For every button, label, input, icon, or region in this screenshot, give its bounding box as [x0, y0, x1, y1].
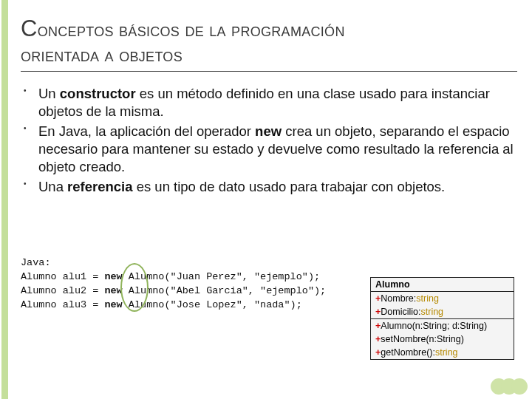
uml-op-ret: string — [435, 347, 458, 358]
code-label: Java: — [21, 257, 51, 268]
bullet-text-bold: new — [255, 123, 282, 139]
list-item: En Java, la aplicación del operador new … — [21, 123, 517, 175]
code-block: Java: Alumno alu1 = new Alumno("Juan Per… — [21, 256, 326, 313]
decor-circles — [497, 378, 528, 395]
circle-icon — [511, 378, 528, 395]
keyword-new: new — [104, 285, 122, 296]
bullet-text-post: es un tipo de dato usado para trabajar c… — [133, 179, 446, 194]
code-line-lhs: Alumno alu3 = — [21, 299, 104, 310]
uml-op-row: +Alumno(n:String; d:String) — [371, 318, 514, 332]
code-line-lhs: Alumno alu2 = — [21, 285, 104, 296]
slide-title: Conceptos básicos de la programación ori… — [21, 15, 517, 72]
accent-stripe — [1, 0, 8, 399]
keyword-new: new — [104, 271, 122, 282]
bullet-text-pre: Un — [38, 86, 60, 101]
uml-class-name: Alumno — [371, 278, 514, 291]
title-dropcap: C — [21, 16, 38, 41]
bullet-text-bold: constructor — [60, 86, 136, 101]
uml-class-diagram: Alumno +Nombre:string +Domicilio:string … — [370, 277, 514, 360]
list-item: Una referencia es un tipo de dato usado … — [21, 178, 517, 196]
code-line-lhs: Alumno alu1 = — [21, 271, 104, 282]
uml-op-sig: getNombre() — [381, 347, 432, 358]
bullet-text-pre: En Java, la aplicación del operador — [38, 123, 255, 139]
uml-attr-row: +Nombre:string — [371, 291, 514, 305]
uml-attr-row: +Domicilio:string — [371, 305, 514, 318]
list-item: Un constructor es un método definido en … — [21, 85, 517, 120]
bullet-text-bold: referencia — [67, 179, 132, 194]
keyword-new: new — [104, 299, 122, 310]
uml-op-row: +setNombre(n:String) — [371, 332, 514, 346]
content-area: Un constructor es un método definido en … — [21, 85, 517, 196]
uml-attr-name: Nombre — [381, 293, 413, 304]
uml-op-sig: setNombre(n:String) — [381, 334, 464, 344]
bullet-list: Un constructor es un método definido en … — [21, 85, 517, 196]
uml-attr-type: string — [421, 307, 444, 317]
code-line-rhs: Alumno("Abel Garcia", "ejemplo"); — [123, 285, 326, 296]
uml-attr-name: Domicilio — [381, 307, 418, 317]
uml-op-sig: Alumno(n:String; d:String) — [381, 321, 487, 331]
title-line1: onceptos básicos de la programación — [38, 19, 345, 40]
uml-op-row: +getNombre():string — [371, 346, 514, 359]
code-line-rhs: Alumno("Jose Lopez", "nada"); — [123, 299, 302, 310]
bullet-text-pre: Una — [38, 179, 67, 194]
title-line2: orientada a objetos — [21, 44, 183, 65]
uml-attr-type: string — [416, 293, 439, 304]
code-line-rhs: Alumno("Juan Perez", "ejemplo"); — [123, 271, 320, 282]
